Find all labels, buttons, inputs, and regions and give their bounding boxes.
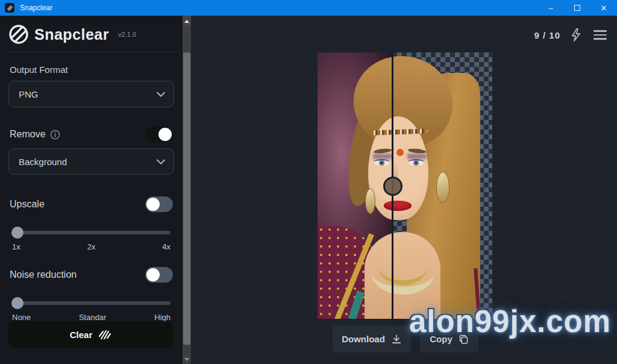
tick-label: 1x	[12, 242, 20, 251]
brand: Snapclear v2.1.0	[0, 16, 183, 45]
tick-label: None	[12, 313, 31, 322]
output-format-dropdown[interactable]: PNG	[8, 81, 174, 107]
compare-viewer[interactable]	[318, 52, 492, 319]
upscale-label: Upscale	[10, 199, 45, 210]
sidebar-scrollbar[interactable]	[183, 16, 191, 364]
menu-icon[interactable]	[592, 28, 609, 42]
download-button-label: Download	[342, 334, 385, 344]
compare-slider-handle[interactable]	[383, 177, 402, 196]
brand-version: v2.1.0	[118, 31, 136, 38]
output-format-label: Output Format	[10, 64, 183, 75]
output-format-value: PNG	[19, 89, 39, 99]
clear-button[interactable]: Clear	[8, 321, 173, 348]
credits-counter: 9 / 10	[534, 30, 560, 40]
noise-reduction-label: Noise reduction	[10, 269, 77, 280]
chevron-down-icon	[157, 92, 165, 97]
copy-icon	[459, 334, 469, 345]
portrait-bindi	[396, 149, 404, 156]
main-panel: 9 / 10	[191, 16, 617, 364]
slider-knob[interactable]	[11, 297, 23, 309]
tick-label: 4x	[162, 242, 171, 251]
diagonal-stripes-icon	[98, 328, 111, 340]
tick-label: 2x	[87, 242, 96, 251]
remove-label: Remove	[10, 129, 46, 140]
noise-reduction-toggle[interactable]	[145, 267, 173, 283]
upscale-toggle[interactable]	[145, 196, 173, 212]
toggle-knob	[146, 268, 160, 281]
portrait-necklace	[379, 250, 427, 285]
maximize-icon	[574, 5, 580, 11]
noise-reduction-ticks: None Standar High	[12, 313, 171, 322]
clear-button-label: Clear	[70, 330, 93, 340]
remove-target-value: Background	[19, 157, 67, 167]
scrollbar-thumb[interactable]	[183, 52, 190, 345]
lightning-icon	[570, 28, 582, 42]
portrait-eyeshadow	[407, 154, 427, 159]
brand-logo-icon	[8, 24, 29, 45]
minimize-icon: –	[548, 4, 553, 13]
scroll-up-icon	[184, 20, 189, 23]
portrait-earring	[436, 172, 449, 203]
download-button[interactable]: Download	[333, 325, 411, 353]
tick-label: Standar	[79, 313, 107, 322]
copy-button[interactable]: Copy	[420, 325, 478, 353]
portrait-eye	[408, 159, 424, 166]
tick-label: High	[154, 313, 171, 322]
upscale-ticks: 1x 2x 4x	[12, 242, 171, 251]
portrait-eyeshadow	[373, 154, 392, 159]
close-button[interactable]: ✕	[590, 0, 617, 16]
noise-reduction-slider[interactable]	[12, 297, 171, 309]
toggle-knob	[146, 198, 160, 211]
title-bar: Snapclear – ✕	[0, 0, 617, 16]
download-icon	[391, 334, 402, 345]
chevron-down-icon	[157, 159, 165, 165]
close-icon: ✕	[601, 4, 607, 13]
sidebar-divider	[8, 52, 174, 52]
maximize-button[interactable]	[564, 0, 590, 16]
info-icon	[50, 130, 60, 140]
upscale-slider[interactable]	[12, 227, 171, 239]
slider-track	[12, 231, 171, 234]
portrait-eye	[374, 159, 390, 166]
slider-track	[12, 301, 171, 305]
sidebar: Snapclear v2.1.0 Output Format PNG Remov…	[0, 16, 183, 364]
remove-toggle[interactable]	[145, 127, 173, 142]
window-title: Snapclear	[20, 4, 52, 12]
portrait-earring	[365, 189, 375, 214]
scroll-up-button[interactable]	[183, 16, 191, 27]
minimize-button[interactable]: –	[537, 0, 564, 16]
toggle-knob	[158, 128, 172, 141]
scroll-down-icon	[184, 358, 189, 361]
remove-target-dropdown[interactable]: Background	[8, 148, 174, 175]
app-logo-icon	[5, 3, 14, 13]
scroll-down-button[interactable]	[183, 354, 191, 364]
brand-name: Snapclear	[34, 26, 109, 43]
slider-knob[interactable]	[11, 227, 23, 239]
copy-button-label: Copy	[430, 334, 453, 344]
portrait-lips	[384, 201, 412, 211]
